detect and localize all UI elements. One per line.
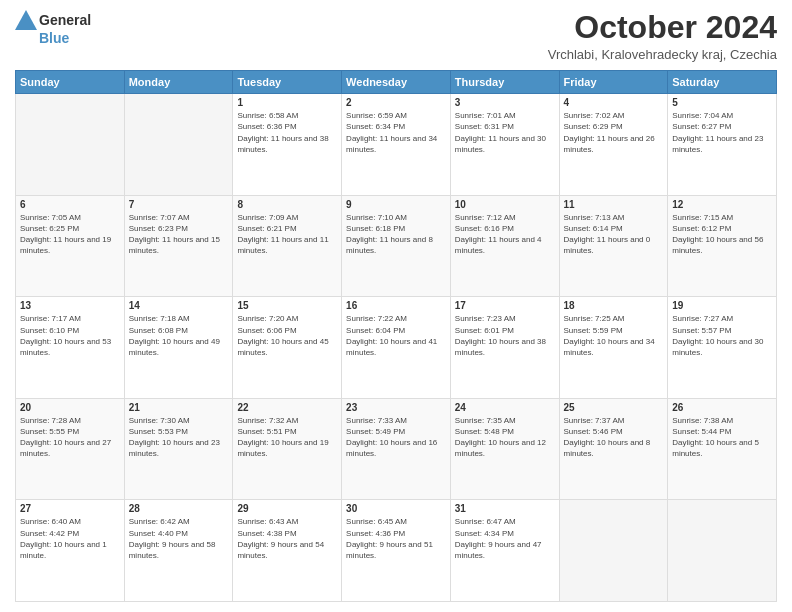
day-number: 21 xyxy=(129,402,229,413)
day-number: 7 xyxy=(129,199,229,210)
header: General Blue October 2024 Vrchlabi, Kral… xyxy=(15,10,777,62)
day-cell-2-4: 17 Sunrise: 7:23 AMSunset: 6:01 PMDaylig… xyxy=(450,297,559,399)
logo-icon xyxy=(15,10,37,30)
logo: General Blue xyxy=(15,10,91,46)
day-number: 3 xyxy=(455,97,555,108)
day-number: 19 xyxy=(672,300,772,311)
day-info: Sunrise: 7:10 AMSunset: 6:18 PMDaylight:… xyxy=(346,213,433,256)
title-area: October 2024 Vrchlabi, Kralovehradecky k… xyxy=(548,10,777,62)
day-cell-4-6 xyxy=(668,500,777,602)
day-cell-1-3: 9 Sunrise: 7:10 AMSunset: 6:18 PMDayligh… xyxy=(342,195,451,297)
day-cell-0-6: 5 Sunrise: 7:04 AMSunset: 6:27 PMDayligh… xyxy=(668,94,777,196)
day-number: 5 xyxy=(672,97,772,108)
day-number: 11 xyxy=(564,199,664,210)
day-cell-3-2: 22 Sunrise: 7:32 AMSunset: 5:51 PMDaylig… xyxy=(233,398,342,500)
day-info: Sunrise: 7:13 AMSunset: 6:14 PMDaylight:… xyxy=(564,213,651,256)
day-cell-1-4: 10 Sunrise: 7:12 AMSunset: 6:16 PMDaylig… xyxy=(450,195,559,297)
week-row-2: 6 Sunrise: 7:05 AMSunset: 6:25 PMDayligh… xyxy=(16,195,777,297)
day-info: Sunrise: 6:42 AMSunset: 4:40 PMDaylight:… xyxy=(129,517,216,560)
col-friday: Friday xyxy=(559,71,668,94)
col-tuesday: Tuesday xyxy=(233,71,342,94)
calendar-header-row: Sunday Monday Tuesday Wednesday Thursday… xyxy=(16,71,777,94)
day-info: Sunrise: 7:38 AMSunset: 5:44 PMDaylight:… xyxy=(672,416,759,459)
day-info: Sunrise: 6:43 AMSunset: 4:38 PMDaylight:… xyxy=(237,517,324,560)
day-number: 27 xyxy=(20,503,120,514)
day-number: 2 xyxy=(346,97,446,108)
page: General Blue October 2024 Vrchlabi, Kral… xyxy=(0,0,792,612)
day-number: 30 xyxy=(346,503,446,514)
day-info: Sunrise: 7:04 AMSunset: 6:27 PMDaylight:… xyxy=(672,111,763,154)
day-number: 16 xyxy=(346,300,446,311)
day-number: 1 xyxy=(237,97,337,108)
day-number: 4 xyxy=(564,97,664,108)
day-number: 10 xyxy=(455,199,555,210)
day-number: 12 xyxy=(672,199,772,210)
day-cell-3-4: 24 Sunrise: 7:35 AMSunset: 5:48 PMDaylig… xyxy=(450,398,559,500)
day-info: Sunrise: 7:12 AMSunset: 6:16 PMDaylight:… xyxy=(455,213,542,256)
day-number: 14 xyxy=(129,300,229,311)
day-cell-3-5: 25 Sunrise: 7:37 AMSunset: 5:46 PMDaylig… xyxy=(559,398,668,500)
day-info: Sunrise: 7:33 AMSunset: 5:49 PMDaylight:… xyxy=(346,416,437,459)
day-cell-1-6: 12 Sunrise: 7:15 AMSunset: 6:12 PMDaylig… xyxy=(668,195,777,297)
week-row-4: 20 Sunrise: 7:28 AMSunset: 5:55 PMDaylig… xyxy=(16,398,777,500)
day-cell-1-0: 6 Sunrise: 7:05 AMSunset: 6:25 PMDayligh… xyxy=(16,195,125,297)
day-info: Sunrise: 6:47 AMSunset: 4:34 PMDaylight:… xyxy=(455,517,542,560)
day-number: 15 xyxy=(237,300,337,311)
day-cell-4-2: 29 Sunrise: 6:43 AMSunset: 4:38 PMDaylig… xyxy=(233,500,342,602)
day-cell-2-2: 15 Sunrise: 7:20 AMSunset: 6:06 PMDaylig… xyxy=(233,297,342,399)
day-info: Sunrise: 6:40 AMSunset: 4:42 PMDaylight:… xyxy=(20,517,107,560)
day-cell-3-1: 21 Sunrise: 7:30 AMSunset: 5:53 PMDaylig… xyxy=(124,398,233,500)
day-cell-0-1 xyxy=(124,94,233,196)
day-number: 8 xyxy=(237,199,337,210)
day-info: Sunrise: 7:22 AMSunset: 6:04 PMDaylight:… xyxy=(346,314,437,357)
day-number: 31 xyxy=(455,503,555,514)
day-info: Sunrise: 7:37 AMSunset: 5:46 PMDaylight:… xyxy=(564,416,651,459)
day-info: Sunrise: 7:28 AMSunset: 5:55 PMDaylight:… xyxy=(20,416,111,459)
day-info: Sunrise: 7:27 AMSunset: 5:57 PMDaylight:… xyxy=(672,314,763,357)
day-cell-0-3: 2 Sunrise: 6:59 AMSunset: 6:34 PMDayligh… xyxy=(342,94,451,196)
day-number: 29 xyxy=(237,503,337,514)
day-info: Sunrise: 6:45 AMSunset: 4:36 PMDaylight:… xyxy=(346,517,433,560)
day-info: Sunrise: 7:25 AMSunset: 5:59 PMDaylight:… xyxy=(564,314,655,357)
svg-marker-0 xyxy=(15,10,37,30)
logo-blue: Blue xyxy=(39,30,69,46)
col-sunday: Sunday xyxy=(16,71,125,94)
day-cell-4-4: 31 Sunrise: 6:47 AMSunset: 4:34 PMDaylig… xyxy=(450,500,559,602)
day-number: 13 xyxy=(20,300,120,311)
day-cell-0-5: 4 Sunrise: 7:02 AMSunset: 6:29 PMDayligh… xyxy=(559,94,668,196)
logo-general: General xyxy=(39,12,91,28)
day-number: 20 xyxy=(20,402,120,413)
day-info: Sunrise: 7:23 AMSunset: 6:01 PMDaylight:… xyxy=(455,314,546,357)
day-info: Sunrise: 7:20 AMSunset: 6:06 PMDaylight:… xyxy=(237,314,328,357)
day-info: Sunrise: 6:59 AMSunset: 6:34 PMDaylight:… xyxy=(346,111,437,154)
day-number: 9 xyxy=(346,199,446,210)
day-info: Sunrise: 7:35 AMSunset: 5:48 PMDaylight:… xyxy=(455,416,546,459)
day-info: Sunrise: 7:07 AMSunset: 6:23 PMDaylight:… xyxy=(129,213,220,256)
day-info: Sunrise: 7:15 AMSunset: 6:12 PMDaylight:… xyxy=(672,213,763,256)
col-thursday: Thursday xyxy=(450,71,559,94)
day-info: Sunrise: 7:18 AMSunset: 6:08 PMDaylight:… xyxy=(129,314,220,357)
day-info: Sunrise: 7:01 AMSunset: 6:31 PMDaylight:… xyxy=(455,111,546,154)
week-row-5: 27 Sunrise: 6:40 AMSunset: 4:42 PMDaylig… xyxy=(16,500,777,602)
col-wednesday: Wednesday xyxy=(342,71,451,94)
day-number: 25 xyxy=(564,402,664,413)
day-cell-0-2: 1 Sunrise: 6:58 AMSunset: 6:36 PMDayligh… xyxy=(233,94,342,196)
day-number: 22 xyxy=(237,402,337,413)
day-cell-3-6: 26 Sunrise: 7:38 AMSunset: 5:44 PMDaylig… xyxy=(668,398,777,500)
day-cell-0-0 xyxy=(16,94,125,196)
day-cell-1-2: 8 Sunrise: 7:09 AMSunset: 6:21 PMDayligh… xyxy=(233,195,342,297)
week-row-1: 1 Sunrise: 6:58 AMSunset: 6:36 PMDayligh… xyxy=(16,94,777,196)
col-monday: Monday xyxy=(124,71,233,94)
day-cell-4-0: 27 Sunrise: 6:40 AMSunset: 4:42 PMDaylig… xyxy=(16,500,125,602)
day-number: 17 xyxy=(455,300,555,311)
day-cell-3-0: 20 Sunrise: 7:28 AMSunset: 5:55 PMDaylig… xyxy=(16,398,125,500)
day-info: Sunrise: 7:30 AMSunset: 5:53 PMDaylight:… xyxy=(129,416,220,459)
day-cell-4-5 xyxy=(559,500,668,602)
day-info: Sunrise: 7:17 AMSunset: 6:10 PMDaylight:… xyxy=(20,314,111,357)
location: Vrchlabi, Kralovehradecky kraj, Czechia xyxy=(548,47,777,62)
month-title: October 2024 xyxy=(548,10,777,45)
day-cell-2-3: 16 Sunrise: 7:22 AMSunset: 6:04 PMDaylig… xyxy=(342,297,451,399)
day-number: 26 xyxy=(672,402,772,413)
day-info: Sunrise: 6:58 AMSunset: 6:36 PMDaylight:… xyxy=(237,111,328,154)
day-info: Sunrise: 7:05 AMSunset: 6:25 PMDaylight:… xyxy=(20,213,111,256)
